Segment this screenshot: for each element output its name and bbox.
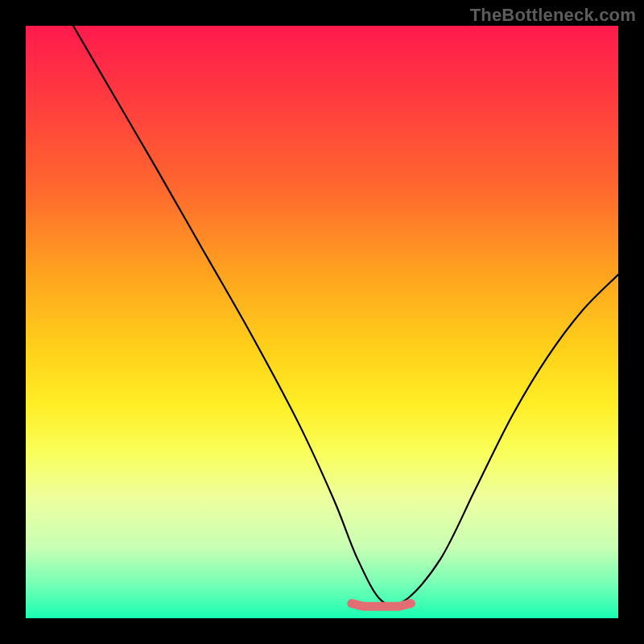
flat-minimum-line [352, 604, 411, 607]
chart-frame: TheBottleneck.com [0, 0, 644, 644]
bottleneck-curve-line [73, 26, 618, 605]
line-chart [26, 26, 618, 618]
plot-area [26, 26, 618, 618]
watermark-text: TheBottleneck.com [470, 5, 636, 26]
